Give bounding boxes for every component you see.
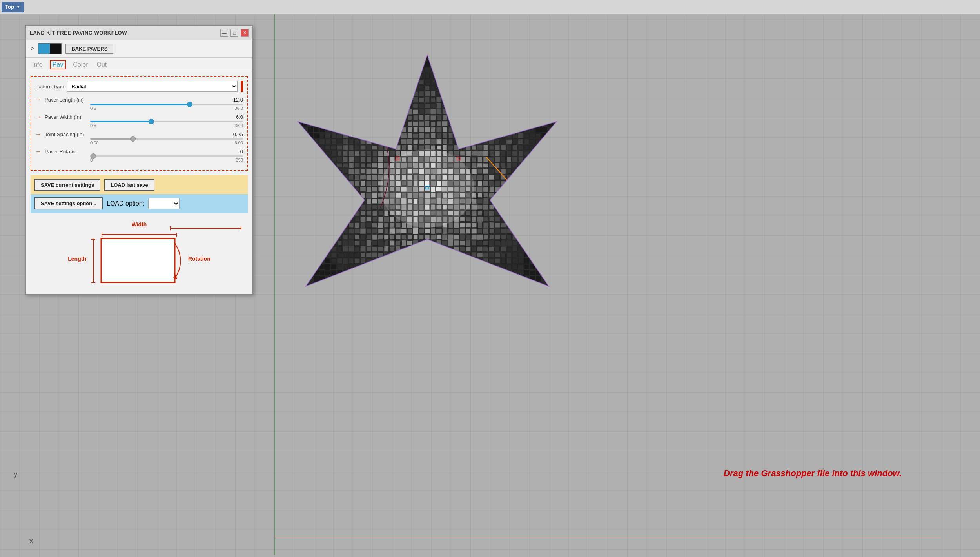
svg-rect-474 bbox=[466, 217, 471, 221]
svg-rect-558 bbox=[466, 235, 471, 240]
save-row: SAVE current settings LOAD last save bbox=[31, 175, 248, 194]
svg-rect-636 bbox=[501, 253, 505, 257]
svg-rect-499 bbox=[460, 223, 465, 227]
svg-rect-178 bbox=[466, 151, 471, 156]
paver-length-track[interactable] bbox=[90, 104, 243, 105]
svg-rect-81 bbox=[443, 133, 447, 138]
paver-width-arrow-icon: → bbox=[35, 114, 41, 120]
svg-rect-219 bbox=[507, 157, 511, 162]
svg-rect-594 bbox=[512, 241, 517, 245]
svg-rect-103 bbox=[419, 139, 424, 144]
svg-rect-229 bbox=[378, 163, 383, 168]
svg-rect-569 bbox=[348, 240, 354, 246]
diagram-section: Width Length bbox=[26, 217, 252, 294]
svg-rect-313 bbox=[361, 181, 365, 186]
save-current-button[interactable]: SAVE current settings bbox=[34, 179, 100, 191]
tab-color[interactable]: Color bbox=[71, 60, 89, 69]
svg-rect-87 bbox=[530, 133, 535, 138]
svg-rect-497 bbox=[448, 222, 453, 228]
joint-spacing-track[interactable] bbox=[90, 138, 243, 140]
top-view-button[interactable]: Top ▼ bbox=[2, 2, 24, 12]
tab-info[interactable]: Info bbox=[31, 60, 44, 69]
svg-rect-286 bbox=[366, 175, 371, 180]
svg-rect-591 bbox=[495, 241, 500, 246]
top-view-arrow-icon: ▼ bbox=[16, 5, 20, 9]
svg-rect-543 bbox=[378, 235, 383, 239]
svg-rect-698 bbox=[101, 238, 175, 282]
pattern-type-label: Pattern Type bbox=[35, 84, 64, 89]
svg-rect-556 bbox=[454, 235, 459, 239]
svg-rect-670 bbox=[320, 271, 325, 275]
svg-rect-676 bbox=[524, 270, 529, 275]
svg-rect-552 bbox=[431, 235, 436, 240]
svg-rect-42 bbox=[443, 115, 447, 120]
svg-rect-150 bbox=[512, 145, 517, 150]
svg-rect-659 bbox=[331, 265, 336, 269]
minimize-button[interactable]: — bbox=[220, 29, 228, 37]
paver-width-thumb[interactable] bbox=[149, 119, 154, 124]
tab-pav[interactable]: Pav bbox=[50, 60, 66, 69]
svg-rect-667 bbox=[524, 265, 529, 269]
pattern-type-select[interactable]: Radial Linear Herringbone Random bbox=[67, 81, 238, 92]
svg-rect-672 bbox=[331, 271, 336, 275]
svg-rect-477 bbox=[483, 217, 488, 221]
paver-rotation-track[interactable] bbox=[90, 155, 243, 157]
bake-pavers-button[interactable]: BAKE PAVERS bbox=[65, 44, 113, 54]
svg-rect-281 bbox=[507, 169, 511, 174]
svg-rect-93 bbox=[332, 139, 336, 144]
svg-rect-603 bbox=[378, 247, 383, 251]
svg-rect-677 bbox=[530, 271, 535, 275]
svg-rect-609 bbox=[466, 247, 471, 251]
paver-width-track[interactable] bbox=[90, 121, 243, 122]
svg-rect-476 bbox=[477, 217, 483, 222]
tab-out[interactable]: Out bbox=[95, 60, 109, 69]
joint-spacing-thumb[interactable] bbox=[130, 136, 136, 142]
svg-rect-95 bbox=[343, 139, 348, 144]
svg-rect-132 bbox=[402, 145, 406, 150]
svg-rect-506 bbox=[501, 223, 506, 227]
paver-length-thumb[interactable] bbox=[187, 102, 192, 107]
svg-rect-254 bbox=[348, 169, 354, 174]
paver-width-label: Paver Width (in) bbox=[45, 114, 92, 120]
svg-rect-458 bbox=[372, 217, 377, 221]
svg-rect-456 bbox=[360, 217, 365, 222]
svg-rect-544 bbox=[384, 235, 388, 239]
svg-rect-570 bbox=[355, 241, 360, 246]
svg-rect-198 bbox=[384, 157, 388, 162]
expand-arrow-icon[interactable]: > bbox=[31, 45, 34, 52]
dashed-param-section: Pattern Type Radial Linear Herringbone R… bbox=[31, 76, 248, 171]
svg-rect-605 bbox=[390, 246, 395, 251]
svg-rect-613 bbox=[489, 247, 494, 251]
svg-rect-28 bbox=[437, 103, 442, 109]
svg-rect-406 bbox=[483, 198, 488, 204]
svg-rect-548 bbox=[408, 235, 412, 239]
svg-rect-44 bbox=[408, 122, 412, 126]
paver-length-slider-container: 0.5 36.0 bbox=[35, 104, 243, 111]
svg-rect-531 bbox=[483, 228, 488, 234]
save-option-button[interactable]: SAVE settings option... bbox=[34, 197, 103, 209]
svg-rect-37 bbox=[413, 115, 418, 120]
svg-rect-137 bbox=[431, 145, 436, 149]
svg-rect-522 bbox=[431, 228, 435, 234]
svg-rect-78 bbox=[425, 133, 430, 138]
svg-rect-79 bbox=[431, 133, 435, 138]
svg-rect-427 bbox=[477, 205, 483, 209]
paver-width-fill bbox=[90, 121, 151, 122]
svg-rect-553 bbox=[436, 235, 441, 239]
svg-rect-680 bbox=[319, 277, 325, 281]
load-option-select[interactable] bbox=[148, 198, 180, 209]
color-swatch[interactable] bbox=[38, 43, 62, 54]
svg-rect-38 bbox=[419, 115, 424, 120]
svg-rect-621 bbox=[338, 253, 342, 257]
paver-width-min: 0.5 bbox=[90, 123, 96, 128]
svg-rect-39 bbox=[425, 115, 429, 120]
svg-rect-530 bbox=[477, 229, 482, 234]
svg-rect-161 bbox=[367, 151, 371, 156]
close-button[interactable]: ✕ bbox=[241, 29, 249, 37]
restore-button[interactable]: □ bbox=[230, 29, 238, 37]
paver-rotation-slider-container: 0 359 bbox=[35, 155, 243, 162]
load-last-button[interactable]: LOAD last save bbox=[104, 179, 154, 191]
svg-rect-654 bbox=[513, 258, 517, 264]
paver-rotation-thumb[interactable] bbox=[91, 153, 96, 159]
svg-rect-284 bbox=[355, 175, 359, 180]
